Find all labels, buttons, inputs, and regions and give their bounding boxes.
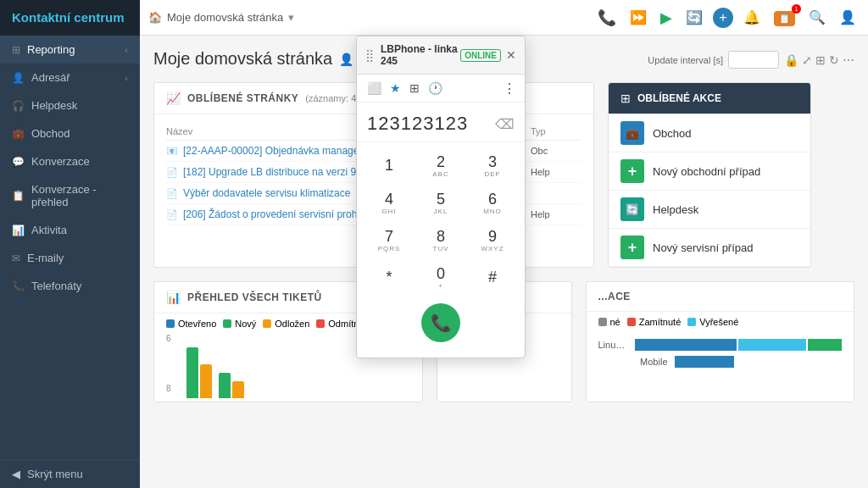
- zace-title: ...ACE: [598, 291, 631, 302]
- sidebar-item-label: Aktivita: [31, 224, 67, 236]
- key-5[interactable]: 5 JKL: [419, 186, 463, 220]
- expand-icon[interactable]: ⤢: [802, 53, 812, 67]
- phone-green-icon[interactable]: 📞: [594, 5, 620, 30]
- oblibene-akce-header: ⊞ OBLÍBENÉ AKCE: [609, 83, 810, 114]
- dialer-keypad: 1 2 ABC 3 DEF 4 GHI 5 J: [357, 142, 525, 358]
- dialer-more-icon[interactable]: ⋮: [503, 80, 516, 97]
- legend-dot-novy: [223, 319, 231, 328]
- action-novy-servisni[interactable]: + Nový servisní případ: [609, 229, 810, 267]
- hbar-bars-1: [675, 356, 843, 368]
- key-2[interactable]: 2 ABC: [419, 149, 463, 183]
- keypad-row-1: 1 2 ABC 3 DEF: [367, 149, 515, 183]
- refresh-icon[interactable]: 🔄: [682, 6, 706, 29]
- dialer-backspace-button[interactable]: ⌫: [495, 116, 515, 132]
- action-novy-obchodni[interactable]: + Nový obchodní případ: [609, 152, 810, 191]
- obchod-icon: 💼: [12, 128, 25, 140]
- update-interval-bar: Update interval [s] 🔒 ⤢ ⊞ ↻ ⋯: [648, 51, 854, 69]
- akce-list: 💼 Obchod + Nový obchodní případ 🔄 Helpde…: [609, 114, 810, 267]
- sidebar-item-obchod[interactable]: 💼 Obchod: [0, 119, 140, 147]
- email-icon: ✉: [12, 252, 20, 264]
- call-button[interactable]: 📞: [421, 303, 460, 342]
- key-6[interactable]: 6 MNO: [470, 186, 515, 220]
- dialer-window-icon[interactable]: ⬜: [365, 80, 383, 97]
- key-2-sub: ABC: [432, 170, 448, 178]
- sidebar-item-aktivita[interactable]: 📊 Aktivita: [0, 216, 140, 244]
- add-icon[interactable]: +: [713, 8, 733, 28]
- row-icon-1: 📄: [166, 167, 178, 178]
- sidebar-item-label: Helpdesk: [31, 99, 77, 112]
- legend-vyresene: Vyřešené: [687, 317, 738, 327]
- row-icon-0: 📧: [166, 146, 178, 157]
- key-hash[interactable]: #: [470, 261, 515, 295]
- user-icon[interactable]: 👤: [836, 6, 860, 29]
- app-container: Kontaktní centrum ⊞ Reporting ‹ 👤 Adresá…: [0, 0, 868, 488]
- hbar-green-0: [808, 339, 842, 351]
- sidebar-item-reporting[interactable]: ⊞ Reporting ‹: [0, 36, 140, 64]
- sidebar-item-label: Adresář: [31, 71, 70, 84]
- search-icon[interactable]: 🔍: [805, 6, 829, 29]
- play-icon[interactable]: ▶: [657, 5, 676, 30]
- action-helpdesk[interactable]: 🔄 Helpdesk: [609, 191, 810, 229]
- key-star[interactable]: *: [367, 261, 411, 295]
- hbar-blue-1: [675, 356, 734, 368]
- bar-chart: [175, 334, 256, 402]
- badge-count: 1: [792, 4, 801, 14]
- action-obchod[interactable]: 💼 Obchod: [609, 114, 810, 152]
- sidebar-hide-menu[interactable]: ◀ Skrýt menu: [0, 459, 140, 488]
- action-helpdesk-label: Helpdesk: [653, 203, 698, 216]
- tiketu-icon: 📊: [166, 291, 181, 304]
- key-4[interactable]: 4 GHI: [367, 186, 411, 220]
- breadcrumb-dropdown-icon[interactable]: ▾: [288, 11, 294, 24]
- forward-icon[interactable]: ⏩: [626, 6, 650, 29]
- key-9[interactable]: 9 WXYZ: [470, 224, 515, 258]
- dialer-drag-handle[interactable]: ⣿: [365, 48, 374, 62]
- notification-badge: 📋1: [774, 11, 795, 26]
- sidebar-item-adresar[interactable]: 👤 Adresář ‹: [0, 64, 140, 92]
- dialer-title: LBPhone - linka 245: [381, 43, 460, 67]
- aktivita-icon: 📊: [12, 225, 25, 236]
- sync-icon[interactable]: ↻: [829, 53, 839, 67]
- sidebar-item-helpdesk[interactable]: 🎧 Helpdesk: [0, 92, 140, 119]
- key-8[interactable]: 8 TUV: [419, 224, 463, 258]
- sidebar-item-label: Reporting: [27, 43, 75, 56]
- sidebar-item-emaily[interactable]: ✉ E-maily: [0, 244, 140, 272]
- bell-icon[interactable]: 🔔: [740, 6, 764, 29]
- row-icon-2: 📄: [166, 188, 178, 199]
- akce-header-title: OBLÍBENÉ AKCE: [637, 92, 721, 104]
- lock-icon[interactable]: 🔒: [784, 53, 798, 67]
- key-3[interactable]: 3 DEF: [470, 149, 515, 183]
- hbar-blue-0: [635, 339, 737, 351]
- sidebar-item-konverzace-prehled[interactable]: 📋 Konverzace - přehled: [0, 175, 140, 216]
- dialer-keypad-icon[interactable]: ⊞: [408, 80, 421, 97]
- grid-icon[interactable]: ⊞: [815, 53, 826, 67]
- zace-header: ...ACE: [587, 282, 854, 312]
- telefony-icon: 📞: [12, 280, 25, 292]
- sidebar-item-telefony[interactable]: 📞 Telefonáty: [0, 272, 140, 300]
- key-1[interactable]: 1: [367, 149, 411, 183]
- legend-novy: Nový: [223, 319, 256, 329]
- legend-label-vyresene: Vyřešené: [699, 317, 738, 327]
- dialer-star-icon[interactable]: ★: [388, 80, 403, 97]
- dialer-status: ONLINE: [460, 49, 501, 62]
- sidebar-item-label: Konverzace - přehled: [31, 183, 128, 208]
- konverzace-prehled-icon: 📋: [12, 190, 25, 202]
- sidebar-item-label: E-maily: [27, 252, 64, 264]
- key-4-main: 4: [385, 191, 393, 208]
- key-0[interactable]: 0 +: [419, 261, 463, 295]
- sidebar-item-label: Obchod: [31, 127, 70, 140]
- notification-icon[interactable]: 📋1: [771, 7, 798, 29]
- dialer-history-icon[interactable]: 🕐: [426, 80, 444, 97]
- hbar-label-0: LinuxBox.cz, s.r.o.: [598, 340, 636, 350]
- sidebar-item-konverzace[interactable]: 💬 Konverzace: [0, 147, 140, 175]
- novy-obchodni-icon: +: [620, 159, 644, 183]
- legend-dot-zamitnu: [627, 318, 636, 326]
- key-7[interactable]: 7 PQRS: [367, 224, 411, 258]
- update-interval-input[interactable]: [728, 51, 779, 69]
- dialer-close-button[interactable]: ✕: [506, 48, 516, 62]
- home-icon[interactable]: 🏠: [148, 11, 162, 24]
- more-icon[interactable]: ⋯: [843, 53, 854, 67]
- legend-dot-vyresene: [687, 318, 696, 326]
- y-labels: 8 6: [166, 334, 175, 393]
- akce-header-icon: ⊞: [620, 92, 631, 105]
- dialer-display: 123123123 ⌫: [357, 103, 525, 142]
